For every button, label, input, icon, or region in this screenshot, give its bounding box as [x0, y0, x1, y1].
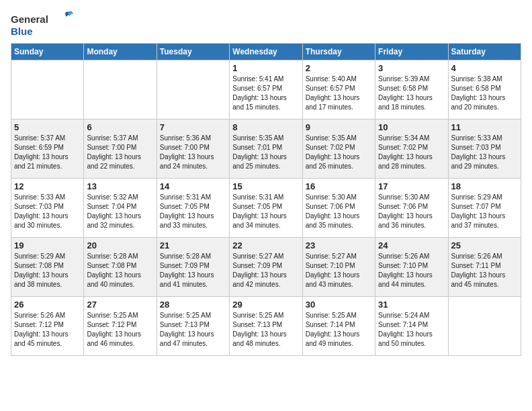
day-number: 11	[451, 122, 518, 132]
calendar-day-cell: 21Sunrise: 5:28 AM Sunset: 7:09 PM Dayli…	[157, 238, 229, 297]
calendar-day-cell: 26Sunrise: 5:26 AM Sunset: 7:12 PM Dayli…	[11, 297, 84, 356]
day-info: Sunrise: 5:34 AM Sunset: 7:02 PM Dayligh…	[378, 134, 445, 171]
calendar-day-cell: 3Sunrise: 5:39 AM Sunset: 6:58 PM Daylig…	[375, 60, 448, 120]
day-number: 5	[14, 122, 81, 132]
day-number: 25	[451, 240, 518, 250]
day-info: Sunrise: 5:28 AM Sunset: 7:08 PM Dayligh…	[87, 252, 153, 289]
svg-text:General: General	[11, 13, 48, 25]
day-number: 24	[378, 240, 445, 250]
day-info: Sunrise: 5:29 AM Sunset: 7:07 PM Dayligh…	[451, 193, 518, 230]
day-number: 22	[232, 240, 299, 250]
calendar-day-cell: 10Sunrise: 5:34 AM Sunset: 7:02 PM Dayli…	[375, 120, 448, 179]
day-number: 12	[14, 181, 81, 191]
calendar-week-row: 19Sunrise: 5:29 AM Sunset: 7:08 PM Dayli…	[11, 238, 521, 297]
calendar-day-cell: 6Sunrise: 5:37 AM Sunset: 7:00 PM Daylig…	[84, 120, 157, 179]
calendar-day-cell: 19Sunrise: 5:29 AM Sunset: 7:08 PM Dayli…	[11, 238, 84, 297]
day-number: 8	[232, 122, 299, 132]
day-info: Sunrise: 5:31 AM Sunset: 7:05 PM Dayligh…	[232, 193, 299, 230]
day-number: 1	[232, 63, 299, 73]
calendar-day-cell: 13Sunrise: 5:32 AM Sunset: 7:04 PM Dayli…	[84, 179, 157, 238]
day-info: Sunrise: 5:30 AM Sunset: 7:06 PM Dayligh…	[306, 193, 372, 230]
day-number: 7	[160, 122, 226, 132]
weekday-header-cell: Saturday	[448, 44, 521, 60]
weekday-header-cell: Wednesday	[230, 44, 302, 60]
calendar-day-cell	[11, 60, 84, 120]
day-number: 29	[232, 300, 299, 310]
weekday-header-cell: Thursday	[302, 44, 375, 60]
svg-text:Blue: Blue	[11, 26, 33, 37]
calendar-day-cell: 7Sunrise: 5:36 AM Sunset: 7:00 PM Daylig…	[157, 120, 229, 179]
calendar-day-cell: 8Sunrise: 5:35 AM Sunset: 7:01 PM Daylig…	[230, 120, 302, 179]
calendar-day-cell: 20Sunrise: 5:28 AM Sunset: 7:08 PM Dayli…	[84, 238, 157, 297]
logo: General Blue	[11, 11, 85, 38]
day-number: 14	[160, 181, 226, 191]
day-info: Sunrise: 5:24 AM Sunset: 7:14 PM Dayligh…	[378, 311, 445, 349]
day-number: 6	[87, 122, 153, 132]
day-info: Sunrise: 5:29 AM Sunset: 7:08 PM Dayligh…	[14, 252, 81, 289]
day-info: Sunrise: 5:39 AM Sunset: 6:58 PM Dayligh…	[378, 75, 445, 112]
calendar-day-cell: 16Sunrise: 5:30 AM Sunset: 7:06 PM Dayli…	[302, 179, 375, 238]
calendar-day-cell: 18Sunrise: 5:29 AM Sunset: 7:07 PM Dayli…	[448, 179, 521, 238]
calendar-day-cell: 17Sunrise: 5:30 AM Sunset: 7:06 PM Dayli…	[375, 179, 448, 238]
calendar-day-cell: 24Sunrise: 5:26 AM Sunset: 7:10 PM Dayli…	[375, 238, 448, 297]
calendar-day-cell: 1Sunrise: 5:41 AM Sunset: 6:57 PM Daylig…	[230, 60, 302, 120]
day-number: 3	[378, 63, 445, 73]
calendar-day-cell: 27Sunrise: 5:25 AM Sunset: 7:12 PM Dayli…	[84, 297, 157, 356]
calendar-table: SundayMondayTuesdayWednesdayThursdayFrid…	[11, 43, 521, 356]
day-info: Sunrise: 5:27 AM Sunset: 7:10 PM Dayligh…	[306, 252, 372, 289]
day-number: 17	[378, 181, 445, 191]
day-info: Sunrise: 5:25 AM Sunset: 7:13 PM Dayligh…	[232, 311, 299, 349]
weekday-header-cell: Monday	[84, 44, 157, 60]
calendar-week-row: 12Sunrise: 5:33 AM Sunset: 7:03 PM Dayli…	[11, 179, 521, 238]
day-info: Sunrise: 5:35 AM Sunset: 7:02 PM Dayligh…	[306, 134, 372, 171]
calendar-day-cell: 4Sunrise: 5:38 AM Sunset: 6:58 PM Daylig…	[448, 60, 521, 120]
day-info: Sunrise: 5:26 AM Sunset: 7:10 PM Dayligh…	[378, 252, 445, 289]
calendar-day-cell	[157, 60, 229, 120]
day-number: 18	[451, 181, 518, 191]
day-info: Sunrise: 5:25 AM Sunset: 7:14 PM Dayligh…	[306, 311, 372, 349]
calendar-day-cell: 5Sunrise: 5:37 AM Sunset: 6:59 PM Daylig…	[11, 120, 84, 179]
day-info: Sunrise: 5:36 AM Sunset: 7:00 PM Dayligh…	[160, 134, 226, 171]
day-info: Sunrise: 5:32 AM Sunset: 7:04 PM Dayligh…	[87, 193, 153, 230]
day-number: 9	[306, 122, 372, 132]
day-info: Sunrise: 5:27 AM Sunset: 7:09 PM Dayligh…	[232, 252, 299, 289]
calendar-week-row: 1Sunrise: 5:41 AM Sunset: 6:57 PM Daylig…	[11, 60, 521, 120]
calendar-day-cell: 12Sunrise: 5:33 AM Sunset: 7:03 PM Dayli…	[11, 179, 84, 238]
day-info: Sunrise: 5:40 AM Sunset: 6:57 PM Dayligh…	[306, 75, 372, 112]
day-info: Sunrise: 5:30 AM Sunset: 7:06 PM Dayligh…	[378, 193, 445, 230]
day-info: Sunrise: 5:35 AM Sunset: 7:01 PM Dayligh…	[232, 134, 299, 171]
day-number: 15	[232, 181, 299, 191]
day-info: Sunrise: 5:37 AM Sunset: 6:59 PM Dayligh…	[14, 134, 81, 171]
day-info: Sunrise: 5:37 AM Sunset: 7:00 PM Dayligh…	[87, 134, 153, 171]
day-number: 26	[14, 300, 81, 310]
day-number: 16	[306, 181, 372, 191]
calendar-day-cell: 14Sunrise: 5:31 AM Sunset: 7:05 PM Dayli…	[157, 179, 229, 238]
day-info: Sunrise: 5:38 AM Sunset: 6:58 PM Dayligh…	[451, 75, 518, 112]
weekday-header-row: SundayMondayTuesdayWednesdayThursdayFrid…	[11, 44, 521, 60]
day-info: Sunrise: 5:25 AM Sunset: 7:12 PM Dayligh…	[87, 311, 153, 349]
day-info: Sunrise: 5:26 AM Sunset: 7:12 PM Dayligh…	[14, 311, 81, 349]
page-header: General Blue	[11, 11, 521, 38]
weekday-header-cell: Friday	[375, 44, 448, 60]
day-info: Sunrise: 5:26 AM Sunset: 7:11 PM Dayligh…	[451, 252, 518, 289]
day-info: Sunrise: 5:41 AM Sunset: 6:57 PM Dayligh…	[232, 75, 299, 112]
day-number: 10	[378, 122, 445, 132]
day-number: 20	[87, 240, 153, 250]
day-info: Sunrise: 5:31 AM Sunset: 7:05 PM Dayligh…	[160, 193, 226, 230]
calendar-day-cell: 30Sunrise: 5:25 AM Sunset: 7:14 PM Dayli…	[302, 297, 375, 356]
day-number: 31	[378, 300, 445, 310]
calendar-day-cell: 25Sunrise: 5:26 AM Sunset: 7:11 PM Dayli…	[448, 238, 521, 297]
day-number: 27	[87, 300, 153, 310]
day-number: 2	[306, 63, 372, 73]
calendar-week-row: 26Sunrise: 5:26 AM Sunset: 7:12 PM Dayli…	[11, 297, 521, 356]
day-number: 30	[306, 300, 372, 310]
weekday-header-cell: Tuesday	[157, 44, 229, 60]
logo-full-svg: General Blue	[11, 11, 85, 38]
day-info: Sunrise: 5:33 AM Sunset: 7:03 PM Dayligh…	[451, 134, 518, 171]
weekday-header-cell: Sunday	[11, 44, 84, 60]
calendar-day-cell: 2Sunrise: 5:40 AM Sunset: 6:57 PM Daylig…	[302, 60, 375, 120]
day-number: 19	[14, 240, 81, 250]
calendar-week-row: 5Sunrise: 5:37 AM Sunset: 6:59 PM Daylig…	[11, 120, 521, 179]
calendar-day-cell	[84, 60, 157, 120]
calendar-body: 1Sunrise: 5:41 AM Sunset: 6:57 PM Daylig…	[11, 60, 521, 356]
